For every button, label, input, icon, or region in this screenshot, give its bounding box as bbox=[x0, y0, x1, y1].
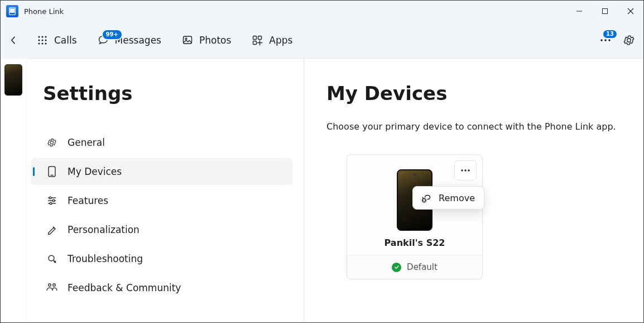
my-devices-title: My Devices bbox=[326, 82, 627, 104]
settings-item-features[interactable]: Features bbox=[31, 187, 292, 214]
svg-point-32 bbox=[54, 260, 56, 263]
svg-point-30 bbox=[50, 202, 52, 205]
settings-item-personalization[interactable]: Personalization bbox=[31, 216, 292, 243]
titlebar: Phone Link bbox=[1, 1, 643, 22]
svg-rect-19 bbox=[253, 41, 257, 45]
header-nav: Calls 99+ Messages Photos Apps 13 bbox=[1, 22, 643, 59]
svg-rect-18 bbox=[258, 36, 262, 40]
device-card[interactable]: Pankil's S22 Default bbox=[347, 154, 483, 279]
svg-point-33 bbox=[49, 284, 51, 286]
settings-item-troubleshooting[interactable]: Troubleshooting bbox=[31, 245, 292, 272]
svg-point-14 bbox=[45, 42, 46, 44]
svg-rect-3 bbox=[603, 9, 608, 14]
troubleshoot-icon bbox=[46, 253, 57, 264]
feedback-icon bbox=[46, 282, 57, 293]
svg-point-21 bbox=[604, 39, 607, 41]
svg-point-13 bbox=[41, 42, 43, 44]
settings-item-label: Feedback & Community bbox=[68, 282, 181, 293]
device-name: Pankil's S22 bbox=[347, 238, 482, 255]
back-button[interactable] bbox=[5, 32, 22, 49]
phone-icon bbox=[46, 166, 57, 177]
settings-item-my-devices[interactable]: My Devices bbox=[31, 158, 292, 185]
svg-point-11 bbox=[45, 39, 46, 41]
svg-point-8 bbox=[45, 36, 46, 37]
device-rail bbox=[1, 59, 26, 322]
features-icon bbox=[46, 195, 57, 206]
photos-icon bbox=[181, 34, 194, 46]
svg-point-10 bbox=[41, 39, 43, 41]
settings-item-label: Personalization bbox=[68, 224, 140, 235]
minimize-button[interactable] bbox=[566, 1, 592, 22]
my-devices-panel: My Devices Choose your primary device to… bbox=[304, 59, 643, 322]
remove-label: Remove bbox=[439, 193, 475, 203]
device-status-label: Default bbox=[407, 262, 438, 272]
window-controls bbox=[566, 1, 643, 22]
gear-icon bbox=[46, 137, 57, 148]
settings-item-feedback[interactable]: Feedback & Community bbox=[31, 274, 292, 301]
svg-point-37 bbox=[468, 169, 469, 171]
messages-icon: 99+ bbox=[97, 34, 109, 46]
settings-panel: Settings General My Devices bbox=[26, 59, 304, 322]
my-devices-subtitle: Choose your primary device to connect wi… bbox=[326, 121, 627, 132]
nav-messages[interactable]: 99+ Messages bbox=[92, 31, 167, 50]
device-status-row: Default bbox=[347, 255, 482, 279]
unlink-icon bbox=[421, 192, 432, 203]
svg-rect-15 bbox=[183, 36, 191, 44]
settings-button[interactable] bbox=[621, 32, 637, 48]
messages-badge: 99+ bbox=[102, 29, 123, 40]
settings-item-label: Troubleshooting bbox=[68, 253, 143, 264]
nav-calls-label: Calls bbox=[54, 35, 77, 46]
check-icon bbox=[392, 263, 401, 272]
app-icon bbox=[6, 5, 18, 17]
device-remove-popover[interactable]: Remove bbox=[412, 186, 484, 210]
svg-point-22 bbox=[608, 39, 611, 41]
svg-point-20 bbox=[600, 39, 603, 41]
svg-point-16 bbox=[185, 38, 187, 40]
svg-point-12 bbox=[38, 42, 40, 44]
dialpad-icon bbox=[36, 34, 49, 46]
close-button[interactable] bbox=[618, 1, 643, 22]
device-more-button[interactable] bbox=[454, 160, 477, 180]
settings-item-general[interactable]: General bbox=[31, 129, 292, 156]
svg-rect-17 bbox=[253, 36, 257, 40]
nav-apps-label: Apps bbox=[269, 35, 292, 46]
window-title: Phone Link bbox=[24, 7, 64, 16]
svg-point-35 bbox=[461, 169, 463, 171]
svg-point-34 bbox=[53, 284, 55, 286]
maximize-button[interactable] bbox=[592, 1, 618, 22]
nav-calls[interactable]: Calls bbox=[31, 31, 83, 50]
notifications-button[interactable]: 13 bbox=[598, 32, 613, 48]
svg-point-26 bbox=[49, 197, 51, 199]
svg-point-36 bbox=[464, 169, 466, 171]
svg-point-9 bbox=[38, 39, 40, 41]
nav-photos-label: Photos bbox=[199, 35, 231, 46]
nav-photos[interactable]: Photos bbox=[176, 31, 237, 50]
svg-point-28 bbox=[52, 200, 55, 202]
svg-point-7 bbox=[41, 36, 43, 37]
nav-apps[interactable]: Apps bbox=[246, 31, 298, 50]
settings-item-label: General bbox=[68, 137, 105, 148]
apps-icon bbox=[251, 34, 263, 46]
svg-rect-1 bbox=[10, 8, 15, 13]
settings-title: Settings bbox=[43, 82, 292, 104]
settings-item-label: My Devices bbox=[68, 166, 122, 177]
pen-icon bbox=[46, 224, 57, 235]
device-thumbnail[interactable] bbox=[4, 64, 22, 96]
settings-item-label: Features bbox=[68, 195, 108, 206]
svg-point-6 bbox=[38, 36, 40, 37]
notifications-badge: 13 bbox=[602, 29, 618, 39]
